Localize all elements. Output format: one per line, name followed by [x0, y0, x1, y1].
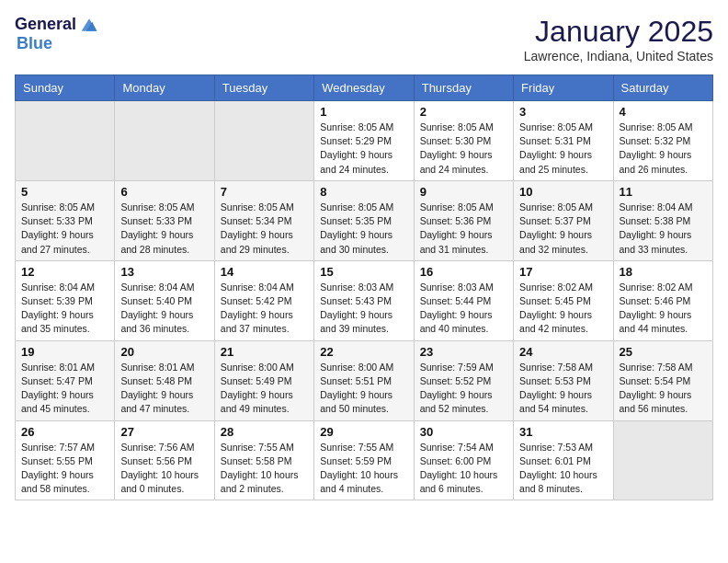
- day-number: 20: [120, 345, 208, 359]
- calendar-cell: 24Sunrise: 7:58 AMSunset: 5:53 PMDayligh…: [514, 340, 613, 420]
- calendar-cell: 4Sunrise: 8:05 AMSunset: 5:32 PMDaylight…: [613, 101, 712, 181]
- day-number: 11: [620, 185, 707, 199]
- day-number: 17: [519, 265, 607, 279]
- day-number: 10: [519, 185, 607, 199]
- day-info: Sunrise: 8:05 AMSunset: 5:33 PMDaylight:…: [21, 201, 108, 257]
- day-number: 5: [21, 185, 108, 199]
- logo: General Blue: [15, 15, 98, 53]
- day-info: Sunrise: 8:05 AMSunset: 5:35 PMDaylight:…: [320, 201, 407, 257]
- day-info: Sunrise: 7:54 AMSunset: 6:00 PMDaylight:…: [420, 441, 507, 497]
- calendar-cell: 13Sunrise: 8:04 AMSunset: 5:40 PMDayligh…: [115, 260, 214, 340]
- day-number: 23: [420, 345, 507, 359]
- calendar-cell: 23Sunrise: 7:59 AMSunset: 5:52 PMDayligh…: [414, 340, 513, 420]
- calendar-week-row: 26Sunrise: 7:57 AMSunset: 5:55 PMDayligh…: [16, 420, 713, 500]
- calendar-cell: 20Sunrise: 8:01 AMSunset: 5:48 PMDayligh…: [115, 340, 214, 420]
- day-header-sunday: Sunday: [16, 75, 115, 101]
- calendar-cell: 18Sunrise: 8:02 AMSunset: 5:46 PMDayligh…: [613, 260, 712, 340]
- calendar-cell: 30Sunrise: 7:54 AMSunset: 6:00 PMDayligh…: [414, 420, 513, 500]
- calendar-cell: 6Sunrise: 8:05 AMSunset: 5:33 PMDaylight…: [115, 180, 214, 260]
- calendar-cell: 11Sunrise: 8:04 AMSunset: 5:38 PMDayligh…: [613, 180, 712, 260]
- day-number: 9: [420, 185, 507, 199]
- day-info: Sunrise: 8:05 AMSunset: 5:31 PMDaylight:…: [519, 121, 607, 177]
- logo-blue: Blue: [17, 34, 52, 52]
- day-info: Sunrise: 8:04 AMSunset: 5:39 PMDaylight:…: [21, 281, 108, 337]
- day-number: 28: [221, 425, 308, 439]
- calendar-cell: 2Sunrise: 8:05 AMSunset: 5:30 PMDaylight…: [414, 101, 513, 181]
- month-title: January 2025: [524, 15, 713, 49]
- calendar-week-row: 12Sunrise: 8:04 AMSunset: 5:39 PMDayligh…: [16, 260, 713, 340]
- calendar-cell: [613, 420, 712, 500]
- calendar-cell: [16, 101, 115, 181]
- calendar-cell: 28Sunrise: 7:55 AMSunset: 5:58 PMDayligh…: [214, 420, 313, 500]
- day-info: Sunrise: 7:59 AMSunset: 5:52 PMDaylight:…: [420, 361, 507, 417]
- location: Lawrence, Indiana, United States: [524, 49, 713, 63]
- calendar-cell: 21Sunrise: 8:00 AMSunset: 5:49 PMDayligh…: [214, 340, 313, 420]
- day-info: Sunrise: 8:02 AMSunset: 5:46 PMDaylight:…: [620, 281, 707, 337]
- day-number: 12: [21, 265, 108, 279]
- day-info: Sunrise: 8:04 AMSunset: 5:40 PMDaylight:…: [120, 281, 208, 337]
- day-info: Sunrise: 8:00 AMSunset: 5:51 PMDaylight:…: [320, 361, 407, 417]
- logo-icon: [80, 16, 98, 34]
- calendar-cell: 5Sunrise: 8:05 AMSunset: 5:33 PMDaylight…: [16, 180, 115, 260]
- calendar-cell: 25Sunrise: 7:58 AMSunset: 5:54 PMDayligh…: [613, 340, 712, 420]
- day-info: Sunrise: 8:03 AMSunset: 5:44 PMDaylight:…: [420, 281, 507, 337]
- day-info: Sunrise: 7:56 AMSunset: 5:56 PMDaylight:…: [120, 441, 208, 497]
- day-info: Sunrise: 8:05 AMSunset: 5:36 PMDaylight:…: [420, 201, 507, 257]
- day-header-friday: Friday: [514, 75, 613, 101]
- day-info: Sunrise: 8:05 AMSunset: 5:32 PMDaylight:…: [620, 121, 707, 177]
- calendar-cell: 12Sunrise: 8:04 AMSunset: 5:39 PMDayligh…: [16, 260, 115, 340]
- day-number: 27: [120, 425, 208, 439]
- calendar-cell: 17Sunrise: 8:02 AMSunset: 5:45 PMDayligh…: [514, 260, 613, 340]
- day-number: 2: [420, 105, 507, 119]
- day-info: Sunrise: 8:01 AMSunset: 5:47 PMDaylight:…: [21, 361, 108, 417]
- calendar-header-row: SundayMondayTuesdayWednesdayThursdayFrid…: [16, 75, 713, 101]
- day-info: Sunrise: 8:05 AMSunset: 5:33 PMDaylight:…: [120, 201, 208, 257]
- day-info: Sunrise: 8:05 AMSunset: 5:34 PMDaylight:…: [221, 201, 308, 257]
- day-info: Sunrise: 8:05 AMSunset: 5:30 PMDaylight:…: [420, 121, 507, 177]
- day-header-monday: Monday: [115, 75, 214, 101]
- day-info: Sunrise: 7:55 AMSunset: 5:58 PMDaylight:…: [221, 441, 308, 497]
- page-header: General Blue January 2025 Lawrence, Indi…: [15, 15, 713, 63]
- title-block: January 2025 Lawrence, Indiana, United S…: [524, 15, 713, 63]
- calendar-cell: [214, 101, 313, 181]
- day-number: 22: [320, 345, 407, 359]
- calendar-cell: 16Sunrise: 8:03 AMSunset: 5:44 PMDayligh…: [414, 260, 513, 340]
- day-number: 16: [420, 265, 507, 279]
- day-number: 30: [420, 425, 507, 439]
- day-info: Sunrise: 8:03 AMSunset: 5:43 PMDaylight:…: [320, 281, 407, 337]
- day-number: 19: [21, 345, 108, 359]
- day-number: 4: [620, 105, 707, 119]
- day-number: 6: [120, 185, 208, 199]
- calendar-cell: 10Sunrise: 8:05 AMSunset: 5:37 PMDayligh…: [514, 180, 613, 260]
- day-number: 3: [519, 105, 607, 119]
- calendar-cell: 1Sunrise: 8:05 AMSunset: 5:29 PMDaylight…: [314, 101, 414, 181]
- calendar-week-row: 1Sunrise: 8:05 AMSunset: 5:29 PMDaylight…: [16, 101, 713, 181]
- day-number: 15: [320, 265, 407, 279]
- day-number: 8: [320, 185, 407, 199]
- day-info: Sunrise: 7:53 AMSunset: 6:01 PMDaylight:…: [519, 441, 607, 497]
- day-header-saturday: Saturday: [613, 75, 712, 101]
- day-number: 25: [620, 345, 707, 359]
- day-number: 31: [519, 425, 607, 439]
- calendar-week-row: 19Sunrise: 8:01 AMSunset: 5:47 PMDayligh…: [16, 340, 713, 420]
- day-info: Sunrise: 7:57 AMSunset: 5:55 PMDaylight:…: [21, 441, 108, 497]
- day-number: 29: [320, 425, 407, 439]
- day-info: Sunrise: 7:55 AMSunset: 5:59 PMDaylight:…: [320, 441, 407, 497]
- calendar-week-row: 5Sunrise: 8:05 AMSunset: 5:33 PMDaylight…: [16, 180, 713, 260]
- calendar-cell: 29Sunrise: 7:55 AMSunset: 5:59 PMDayligh…: [314, 420, 414, 500]
- day-number: 1: [320, 105, 407, 119]
- day-header-tuesday: Tuesday: [214, 75, 313, 101]
- day-info: Sunrise: 8:05 AMSunset: 5:29 PMDaylight:…: [320, 121, 407, 177]
- day-info: Sunrise: 8:05 AMSunset: 5:37 PMDaylight:…: [519, 201, 607, 257]
- day-info: Sunrise: 8:00 AMSunset: 5:49 PMDaylight:…: [221, 361, 308, 417]
- day-header-thursday: Thursday: [414, 75, 513, 101]
- logo-general: General: [15, 15, 76, 34]
- day-number: 13: [120, 265, 208, 279]
- day-number: 7: [221, 185, 308, 199]
- day-header-wednesday: Wednesday: [314, 75, 414, 101]
- calendar-cell: 26Sunrise: 7:57 AMSunset: 5:55 PMDayligh…: [16, 420, 115, 500]
- calendar-cell: 19Sunrise: 8:01 AMSunset: 5:47 PMDayligh…: [16, 340, 115, 420]
- day-number: 26: [21, 425, 108, 439]
- day-info: Sunrise: 7:58 AMSunset: 5:53 PMDaylight:…: [519, 361, 607, 417]
- calendar-cell: 27Sunrise: 7:56 AMSunset: 5:56 PMDayligh…: [115, 420, 214, 500]
